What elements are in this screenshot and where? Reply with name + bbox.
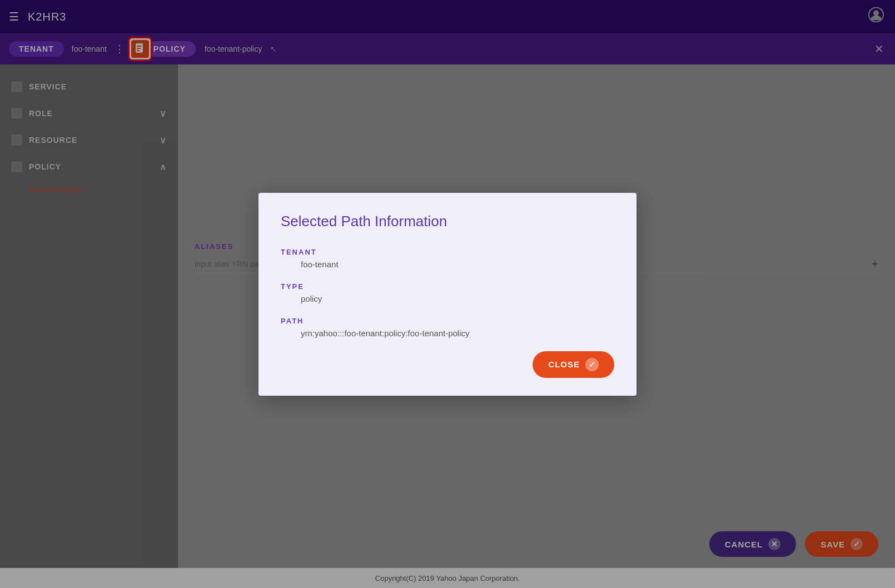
dialog-tenant-label: TENANT [281,248,614,256]
dialog: Selected Path Information TENANT foo-ten… [258,193,637,396]
dialog-tenant-value: foo-tenant [281,260,614,269]
dialog-type-label: TYPE [281,282,614,291]
dialog-close-button[interactable]: CLOSE ✓ [533,351,614,378]
dialog-type-value: policy [281,294,614,303]
dialog-actions: CLOSE ✓ [281,351,614,378]
dialog-path-value: yrn:yahoo:::foo-tenant:policy:foo-tenant… [281,328,614,338]
dialog-path-label: PATH [281,317,614,325]
dialog-title: Selected Path Information [281,213,614,230]
dialog-close-check-icon: ✓ [585,358,599,371]
overlay: Selected Path Information TENANT foo-ten… [0,0,895,588]
dialog-close-label: CLOSE [548,360,580,369]
